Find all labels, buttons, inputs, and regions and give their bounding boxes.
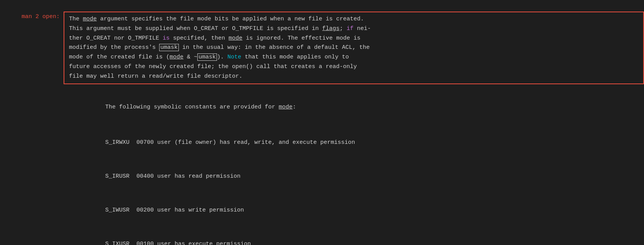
permissions-section: The following symbolic constants are pro… (64, 93, 644, 245)
man-label-col: man 2 open: (0, 12, 64, 245)
para-line-7: file may well return a read/write file d… (69, 72, 639, 82)
man-label: man 2 open: (22, 13, 60, 20)
para-line-1: The mode argument specifies the file mod… (69, 15, 639, 24)
para-line-4: modified by the process's umask in the u… (69, 43, 639, 53)
umask-box-1: umask (159, 44, 179, 51)
perm-S_IRUSR: S_IRUSR 00400 user has read permission (64, 163, 644, 190)
para-line-5: mode of the created file is (mode & ~uma… (69, 53, 639, 62)
highlighted-paragraph: The mode argument specifies the file mod… (64, 12, 644, 84)
para-line-3: ther O_CREAT nor O_TMPFILE is specified,… (69, 34, 639, 43)
perm-S_IXUSR: S_IXUSR 00100 user has execute permissio… (64, 230, 644, 245)
main-content: man 2 open: The mode argument specifies … (0, 8, 644, 245)
para-line-6: future accesses of the newly created fil… (69, 62, 639, 72)
umask-box-2: umask (197, 53, 217, 61)
perm-S_IRWXU: S_IRWXU 00700 user (file owner) has read… (64, 129, 644, 157)
para-line-2: This argument must be supplied when O_CR… (69, 24, 639, 34)
content-col: The mode argument specifies the file mod… (64, 12, 644, 245)
perm-S_IWUSR: S_IWUSR 00200 user has write permission (64, 197, 644, 224)
following-line: The following symbolic constants are pro… (64, 93, 644, 121)
